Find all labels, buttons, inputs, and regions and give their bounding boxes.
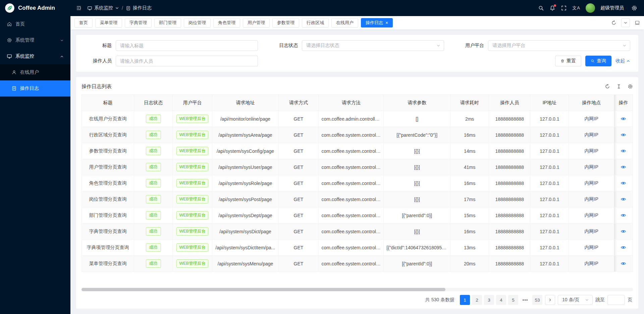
cell-params: [{"parentId":0}] bbox=[384, 256, 450, 272]
tab-岗位管理[interactable]: 岗位管理 bbox=[184, 18, 211, 27]
search-button[interactable]: 查询 bbox=[585, 56, 611, 66]
tab-label: 参数管理 bbox=[277, 20, 294, 26]
cell-operator: 18888888888 bbox=[489, 159, 530, 175]
table-row: 行政区域分页查询成功WEB管理后台/api/system/sysArea/pag… bbox=[82, 127, 633, 143]
cell-duration: 16ms bbox=[450, 175, 489, 191]
next-page-button[interactable] bbox=[545, 295, 555, 305]
page-button-3[interactable]: 3 bbox=[484, 295, 494, 305]
view-detail-eye-icon[interactable] bbox=[621, 116, 626, 122]
search-filter-panel: 标题 日志状态 请选择日志状态 用户平台 请选择用户平台 bbox=[76, 35, 638, 72]
view-detail-eye-icon[interactable] bbox=[621, 196, 626, 202]
user-platform-select[interactable]: 请选择用户平台 bbox=[488, 40, 630, 51]
tab-label: 角色管理 bbox=[218, 20, 235, 26]
page-button-4[interactable]: 4 bbox=[496, 295, 506, 305]
tab-菜单管理[interactable]: 菜单管理 bbox=[95, 18, 122, 27]
cell-status: 成功 bbox=[134, 224, 173, 240]
view-detail-eye-icon[interactable] bbox=[621, 164, 626, 170]
cell-location: 内网IP bbox=[569, 111, 614, 127]
sidebar-item-system-management[interactable]: 系统管理 bbox=[0, 32, 70, 48]
log-status-select[interactable]: 请选择日志状态 bbox=[302, 40, 444, 51]
cell-duration: 16ms bbox=[450, 224, 489, 240]
view-detail-eye-icon[interactable] bbox=[621, 261, 626, 266]
reset-button[interactable]: 重置 bbox=[555, 56, 581, 66]
column-settings-gear-icon[interactable] bbox=[628, 84, 633, 89]
cell-url: /api/system/sysRole/page bbox=[212, 175, 278, 191]
settings-gear-icon[interactable] bbox=[631, 5, 637, 11]
jump-page-input[interactable] bbox=[607, 295, 625, 305]
cell-method: GET bbox=[278, 143, 319, 159]
sidebar-item-online-users[interactable]: 在线用户 bbox=[0, 64, 70, 80]
tab-close-icon[interactable]: × bbox=[385, 20, 388, 25]
view-detail-eye-icon[interactable] bbox=[621, 148, 626, 154]
view-detail-eye-icon[interactable] bbox=[621, 212, 626, 218]
sidebar-item-home[interactable]: 首页 bbox=[0, 16, 70, 32]
cell-actions bbox=[614, 224, 633, 240]
breadcrumb-parent-label: 系统监控 bbox=[94, 5, 113, 11]
view-detail-eye-icon[interactable] bbox=[621, 132, 626, 138]
cell-operator: 18888888888 bbox=[489, 127, 530, 143]
table-row: 在线用户分页查询成功WEB管理后台/api/monitor/online/pag… bbox=[82, 111, 633, 127]
page-button-1[interactable]: 1 bbox=[460, 295, 470, 305]
cell-platform: WEB管理后台 bbox=[173, 224, 212, 240]
page-button-2[interactable]: 2 bbox=[472, 295, 482, 305]
page-button-53[interactable]: 53 bbox=[532, 295, 542, 305]
translate-icon[interactable]: 文A bbox=[572, 5, 580, 11]
username[interactable]: 超级管理员 bbox=[600, 5, 624, 11]
cell-method: GET bbox=[278, 111, 319, 127]
refresh-page-icon[interactable] bbox=[611, 20, 616, 25]
density-icon[interactable] bbox=[616, 84, 622, 89]
tab-角色管理[interactable]: 角色管理 bbox=[213, 18, 240, 27]
pagination: 共 530 条数据 12345•••53 10 条/页 跳至 页 bbox=[82, 291, 633, 309]
cell-ip: 127.0.0.1 bbox=[530, 111, 569, 127]
title-input[interactable] bbox=[116, 40, 258, 51]
cell-actions bbox=[614, 143, 633, 159]
page-button-5[interactable]: 5 bbox=[508, 295, 518, 305]
refresh-list-icon[interactable] bbox=[605, 84, 610, 89]
tab-操作日志[interactable]: 操作日志× bbox=[361, 18, 393, 27]
collapse-filters-link[interactable]: 收起 bbox=[615, 58, 630, 64]
cell-url: /api/monitor/online/page bbox=[212, 111, 278, 127]
page-list: 12345•••53 bbox=[460, 295, 542, 305]
tab-字典管理[interactable]: 字典管理 bbox=[125, 18, 152, 27]
notifications-button[interactable] bbox=[549, 5, 555, 11]
cell-platform: WEB管理后台 bbox=[173, 207, 212, 224]
cell-status: 成功 bbox=[134, 175, 173, 191]
content-fullscreen-icon[interactable] bbox=[635, 20, 640, 25]
view-detail-eye-icon[interactable] bbox=[621, 229, 626, 234]
view-detail-eye-icon[interactable] bbox=[621, 245, 626, 250]
sidebar-item-operation-log[interactable]: 操作日志 bbox=[0, 80, 70, 97]
cell-function: com.coffee.system.controlle... bbox=[319, 256, 384, 272]
tab-行政区域[interactable]: 行政区域 bbox=[302, 18, 329, 27]
cell-duration: 41ms bbox=[450, 159, 489, 175]
cell-duration: 20ms bbox=[450, 256, 489, 272]
operator-input[interactable] bbox=[116, 56, 258, 66]
cell-location: 内网IP bbox=[569, 175, 614, 191]
page-ellipsis[interactable]: ••• bbox=[520, 295, 530, 305]
tab-actions-dropdown[interactable] bbox=[621, 18, 630, 27]
cell-function: com.coffee.system.controlle... bbox=[319, 175, 384, 191]
tab-在线用户[interactable]: 在线用户 bbox=[331, 18, 358, 27]
list-toolbar bbox=[605, 84, 633, 89]
cell-duration: 2ms bbox=[450, 111, 489, 127]
cell-function: com.coffee.system.controlle... bbox=[319, 191, 384, 207]
fullscreen-icon[interactable] bbox=[561, 5, 567, 11]
view-detail-eye-icon[interactable] bbox=[621, 180, 626, 186]
collapse-sidebar-icon[interactable] bbox=[76, 5, 82, 11]
select-placeholder: 请选择日志状态 bbox=[306, 43, 339, 49]
tab-部门管理[interactable]: 部门管理 bbox=[154, 18, 181, 27]
sidebar-item-system-monitor[interactable]: 系统监控 bbox=[0, 48, 70, 64]
cell-status: 成功 bbox=[134, 127, 173, 143]
avatar[interactable] bbox=[586, 3, 595, 13]
horizontal-scrollbar-thumb[interactable] bbox=[82, 288, 445, 291]
search-icon[interactable] bbox=[538, 5, 544, 11]
reset-button-label: 重置 bbox=[567, 58, 576, 64]
cell-platform: WEB管理后台 bbox=[173, 159, 212, 175]
platform-tag: WEB管理后台 bbox=[176, 147, 208, 155]
tab-首页[interactable]: 首页 bbox=[74, 18, 93, 27]
status-tag: 成功 bbox=[146, 163, 161, 171]
status-tag: 成功 bbox=[146, 195, 161, 203]
tab-参数管理[interactable]: 参数管理 bbox=[272, 18, 299, 27]
tab-用户管理[interactable]: 用户管理 bbox=[243, 18, 270, 27]
page-size-select[interactable]: 10 条/页 bbox=[558, 295, 593, 305]
breadcrumb-parent[interactable]: 系统监控 bbox=[87, 5, 119, 11]
